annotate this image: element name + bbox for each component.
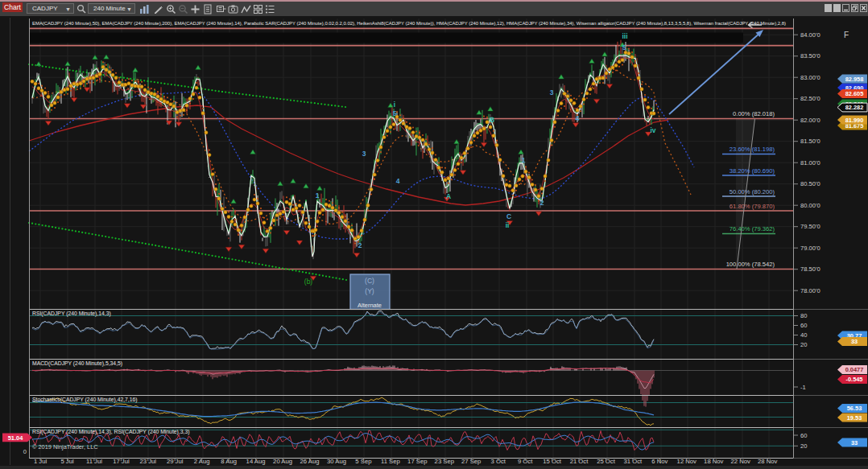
svg-text:40: 40 xyxy=(800,331,807,339)
svg-text:56.53: 56.53 xyxy=(847,405,862,412)
svg-text:1: 1 xyxy=(522,156,526,164)
svg-text:79.50'0: 79.50'0 xyxy=(800,223,820,230)
svg-text:78.00'0: 78.00'0 xyxy=(800,287,820,294)
svg-text:EMA(CADJPY (240 Minute),50), E: EMA(CADJPY (240 Minute),50), EMA(CADJPY … xyxy=(32,20,786,26)
svg-text:RSI(CADJPY (240 Minute),14,3),: RSI(CADJPY (240 Minute),14,3), RSI(CADJP… xyxy=(32,429,189,435)
svg-text:100.00% (78.542): 100.00% (78.542) xyxy=(726,261,775,268)
svg-text:0: 0 xyxy=(23,448,27,455)
svg-text:3: 3 xyxy=(362,150,366,158)
svg-text:(Y): (Y) xyxy=(365,287,374,295)
svg-text:61.80% (79.870): 61.80% (79.870) xyxy=(730,203,775,210)
svg-text:0.00% (82.018): 0.00% (82.018) xyxy=(733,110,775,117)
svg-text:38.20% (80.690): 38.20% (80.690) xyxy=(730,167,775,175)
svg-text:81.00'0: 81.00'0 xyxy=(800,159,820,167)
svg-text:© 2019 NinjaTrader, LLC: © 2019 NinjaTrader, LLC xyxy=(32,443,98,450)
svg-text:83.00'0: 83.00'0 xyxy=(800,74,820,81)
svg-text:81.50'0: 81.50'0 xyxy=(800,138,820,145)
svg-text:5: 5 xyxy=(393,109,397,117)
svg-text:20: 20 xyxy=(800,341,807,348)
svg-text:82.958: 82.958 xyxy=(845,76,864,83)
svg-text:81.990: 81.990 xyxy=(845,117,864,124)
svg-text:-0.545: -0.545 xyxy=(846,376,863,383)
svg-text:A: A xyxy=(446,192,451,200)
svg-text:51.04: 51.04 xyxy=(8,434,23,442)
svg-text:2: 2 xyxy=(358,241,362,249)
svg-text:(b): (b) xyxy=(304,278,313,286)
svg-text:19.53: 19.53 xyxy=(847,414,862,422)
svg-text:33: 33 xyxy=(851,439,858,446)
svg-text:MACD(CADJPY (240 Minute),5,34,: MACD(CADJPY (240 Minute),5,34,5) xyxy=(32,360,122,367)
svg-text:79.00'0: 79.00'0 xyxy=(800,245,820,252)
svg-text:84.00'0: 84.00'0 xyxy=(800,31,820,39)
svg-text:50.00% (80.200): 50.00% (80.200) xyxy=(730,188,775,195)
svg-text:78.50'0: 78.50'0 xyxy=(800,265,820,273)
svg-text:20: 20 xyxy=(800,442,807,450)
svg-text:C: C xyxy=(506,212,511,220)
svg-text:4: 4 xyxy=(576,114,580,122)
svg-text:60: 60 xyxy=(800,432,807,439)
svg-text:80: 80 xyxy=(800,312,807,319)
svg-text:i: i xyxy=(394,101,395,109)
svg-text:5: 5 xyxy=(622,43,626,51)
svg-text:F: F xyxy=(844,31,849,39)
svg-text:80.50'0: 80.50'0 xyxy=(800,180,820,187)
svg-text:80.00'0: 80.00'0 xyxy=(800,202,820,209)
svg-text:83.50'0: 83.50'0 xyxy=(800,52,820,60)
svg-text:RSI(CADJPY (240 Minute),14,3): RSI(CADJPY (240 Minute),14,3) xyxy=(32,311,111,317)
svg-text:82.282: 82.282 xyxy=(845,104,864,111)
svg-text:76.40% (79.362): 76.40% (79.362) xyxy=(730,225,775,232)
svg-text:-1: -1 xyxy=(800,384,806,391)
svg-text:2: 2 xyxy=(540,199,544,207)
svg-text:82.50'0: 82.50'0 xyxy=(800,95,820,102)
svg-text:Alternate: Alternate xyxy=(358,302,382,309)
svg-text:iv: iv xyxy=(650,126,655,134)
svg-text:3: 3 xyxy=(550,88,554,97)
svg-text:82.00'0: 82.00'0 xyxy=(800,117,820,124)
svg-text:(C): (C) xyxy=(365,277,374,285)
svg-text:iii: iii xyxy=(622,32,627,40)
svg-text:1: 1 xyxy=(316,191,320,200)
svg-text:B: B xyxy=(490,116,494,124)
svg-text:23.60% (81.198): 23.60% (81.198) xyxy=(730,146,775,153)
svg-text:4: 4 xyxy=(396,177,400,185)
svg-text:ii: ii xyxy=(506,221,510,229)
svg-text:60: 60 xyxy=(800,322,807,329)
svg-text:82.605: 82.605 xyxy=(845,90,864,97)
svg-text:0.0477: 0.0477 xyxy=(845,366,864,373)
svg-text:Stochastics(CADJPY (240 Minute: Stochastics(CADJPY (240 Minute),42,7,16) xyxy=(32,397,138,403)
svg-text:33: 33 xyxy=(851,338,858,345)
